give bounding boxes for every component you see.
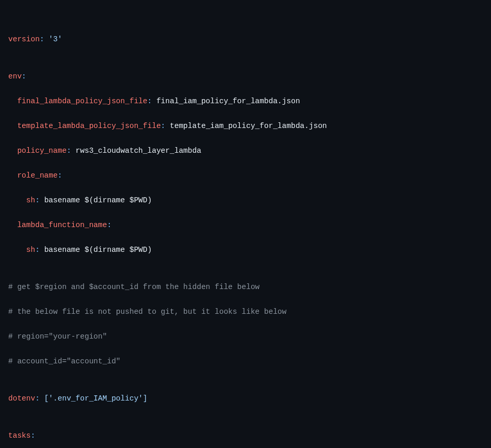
yaml-key: final_lambda_policy_json_file — [17, 97, 147, 105]
colon: : — [161, 122, 166, 130]
yaml-value: basename $(dirname $PWD) — [44, 246, 152, 254]
yaml-value: template_iam_policy_for_lambda.json — [170, 122, 327, 130]
yaml-key: dotenv — [8, 394, 35, 403]
yaml-key: lambda_function_name — [17, 221, 107, 229]
comment: # the below file is not pushed to git, b… — [8, 306, 483, 318]
colon: : — [35, 246, 40, 254]
colon: : — [40, 35, 44, 43]
yaml-value: final_iam_policy_for_lambda.json — [156, 97, 300, 105]
yaml-key: env — [8, 72, 22, 81]
code-block: version: '3' env: final_lambda_policy_js… — [8, 33, 483, 448]
colon: : — [35, 196, 40, 204]
yaml-key: sh — [26, 196, 35, 204]
comment: # account_id="account_id" — [8, 355, 483, 367]
colon: : — [58, 171, 62, 180]
colon: : — [22, 72, 26, 81]
colon: : — [31, 431, 36, 440]
comment: # region="your-region" — [8, 330, 483, 343]
yaml-key: tasks — [8, 431, 31, 440]
colon: : — [35, 394, 40, 403]
colon: : — [67, 147, 71, 155]
colon: : — [107, 221, 111, 229]
yaml-value: basename $(dirname $PWD) — [44, 196, 152, 204]
yaml-key: sh — [26, 246, 35, 254]
yaml-key: policy_name — [17, 147, 67, 155]
comment: # get $region and $account_id from the h… — [8, 281, 483, 293]
yaml-key: version — [8, 35, 40, 43]
yaml-value: ['.env_for_IAM_policy'] — [44, 394, 148, 403]
yaml-key: template_lambda_policy_json_file — [17, 122, 160, 130]
yaml-value: rws3_cloudwatch_layer_lambda — [76, 147, 202, 155]
yaml-value: '3' — [48, 35, 62, 43]
yaml-key: role_name — [17, 171, 57, 180]
